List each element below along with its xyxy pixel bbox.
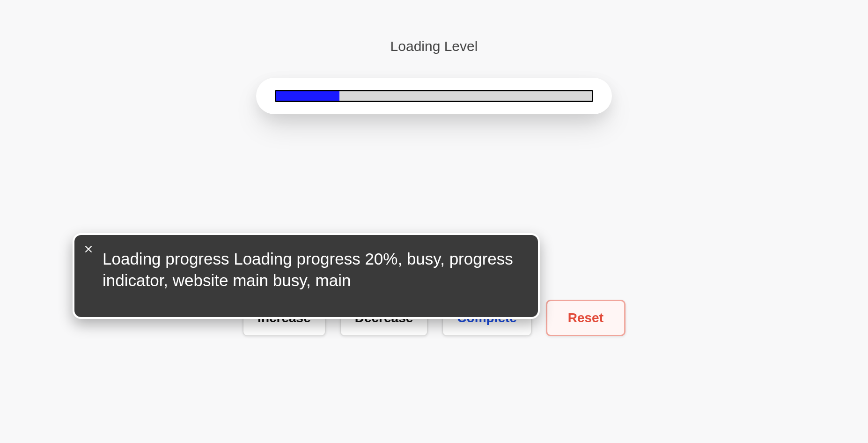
progress-fill (276, 91, 339, 101)
accessibility-tooltip: Loading progress Loading progress 20%, b… (73, 233, 540, 319)
progress-card (256, 78, 612, 114)
page-title: Loading Level (0, 0, 868, 54)
tooltip-text: Loading progress Loading progress 20%, b… (103, 248, 519, 291)
reset-button[interactable]: Reset (546, 300, 625, 336)
close-icon[interactable] (83, 244, 94, 255)
progress-bar[interactable] (275, 90, 593, 102)
